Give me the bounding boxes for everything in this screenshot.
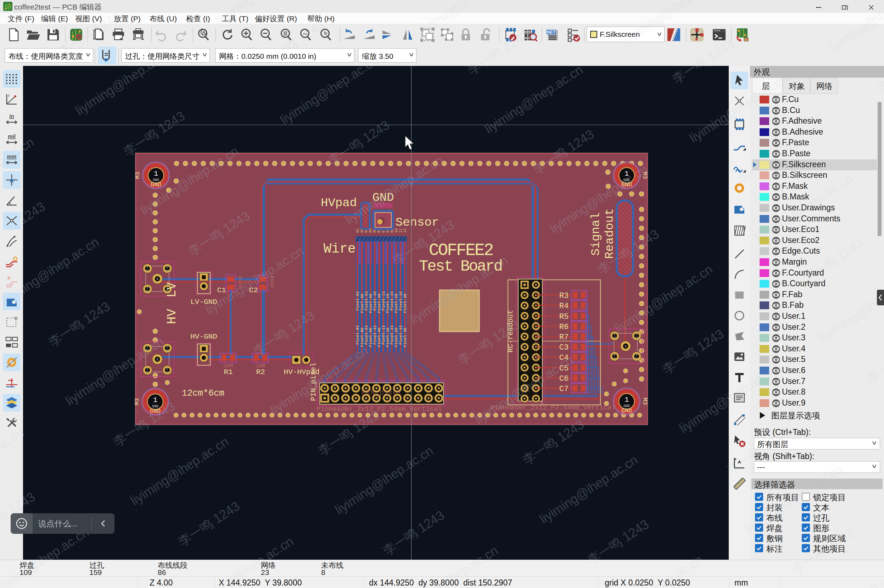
svg-text:GND: GND xyxy=(146,269,150,272)
svg-text:12cm*6cm: 12cm*6cm xyxy=(182,388,224,399)
svg-text:GND: GND xyxy=(146,349,150,351)
svg-text:10nF: 10nF xyxy=(269,276,275,288)
svg-text:GND: GND xyxy=(146,371,150,374)
svg-text:PinHeader_2x12_P2.54mm_Vertica: PinHeader_2x12_P2.54mm_Vertical xyxy=(317,405,442,413)
svg-text:2: 2 xyxy=(167,265,168,268)
svg-text:01: 01 xyxy=(356,228,360,233)
svg-text:GND: GND xyxy=(621,407,632,414)
svg-text:GND: GND xyxy=(372,191,394,204)
svg-text:2: 2 xyxy=(147,345,149,348)
svg-text:GND: GND xyxy=(613,336,617,339)
svg-text:1: 1 xyxy=(156,358,158,361)
svg-text:PIN_pixel: PIN_pixel xyxy=(310,363,317,401)
svg-text:HV: HV xyxy=(165,309,179,324)
svg-text:C1: C1 xyxy=(217,286,226,294)
svg-text:GND: GND xyxy=(150,182,162,188)
svg-text:M3: M3 xyxy=(134,172,141,179)
svg-text:RC-readout: RC-readout xyxy=(507,310,515,352)
svg-text:C2: C2 xyxy=(249,286,258,294)
svg-text:R3: R3 xyxy=(559,291,568,300)
svg-text:HV-GND: HV-GND xyxy=(190,333,217,341)
svg-text:GND: GND xyxy=(165,371,170,374)
svg-text:2: 2 xyxy=(167,367,168,370)
svg-text:2: 2 xyxy=(147,265,149,268)
svg-text:Sensor: Sensor xyxy=(395,216,439,229)
svg-text:M3: M3 xyxy=(642,172,648,179)
svg-text:2: 2 xyxy=(614,353,616,356)
svg-text:A: A xyxy=(202,30,206,35)
svg-text:C3: C3 xyxy=(559,343,568,352)
svg-text:LV: LV xyxy=(165,282,179,297)
svg-text:in: in xyxy=(9,113,14,119)
svg-text:R1: R1 xyxy=(224,368,233,376)
svg-text:Signal: Signal xyxy=(589,213,603,256)
svg-text:1: 1 xyxy=(625,170,629,178)
svg-text:R5: R5 xyxy=(559,312,568,321)
svg-text:HVpad: HVpad xyxy=(321,196,357,210)
svg-text:RC-readout: RC-readout xyxy=(533,319,541,361)
svg-text:mm: mm xyxy=(7,153,17,159)
svg-text:Pixel-6I: Pixel-6I xyxy=(355,325,360,345)
svg-text:2: 2 xyxy=(614,333,616,336)
svg-text:Readout: Readout xyxy=(603,208,616,259)
svg-text:PIN_pixel: PIN_pixel xyxy=(361,388,401,397)
svg-text:Pixel-6I: Pixel-6I xyxy=(355,291,360,310)
svg-text:R4: R4 xyxy=(559,302,568,310)
svg-text:2: 2 xyxy=(636,353,637,356)
svg-text:10nF: 10nF xyxy=(237,276,243,288)
svg-text:Pixel-20: Pixel-20 xyxy=(394,328,398,347)
svg-text:2: 2 xyxy=(147,367,149,370)
svg-text:Test Board: Test Board xyxy=(419,258,502,275)
svg-text:GND: GND xyxy=(150,408,161,414)
svg-text:GND: GND xyxy=(146,290,150,292)
svg-text:COFFEE2: COFFEE2 xyxy=(429,241,493,260)
svg-text:R2: R2 xyxy=(256,368,265,376)
svg-text:GND: GND xyxy=(635,357,639,360)
svg-text:mil: mil xyxy=(8,133,16,139)
svg-text:Pixel-20: Pixel-20 xyxy=(394,294,398,313)
svg-text:PinHeader_2x12_P2.54mm_Vertica: PinHeader_2x12_P2.54mm_Vertical xyxy=(490,404,615,412)
svg-text:Wire: Wire xyxy=(323,241,356,256)
svg-text:1: 1 xyxy=(625,396,629,404)
svg-text:LV-GND: LV-GND xyxy=(190,298,217,306)
svg-text:M3: M3 xyxy=(642,398,648,405)
svg-text:1: 1 xyxy=(156,278,158,281)
svg-text:R6: R6 xyxy=(559,323,568,332)
svg-text:C5: C5 xyxy=(559,364,568,373)
svg-text:M3: M3 xyxy=(134,398,140,405)
svg-text:GND: GND xyxy=(613,357,617,360)
svg-text:2: 2 xyxy=(167,345,168,348)
svg-text:1: 1 xyxy=(625,345,626,348)
svg-text:C6: C6 xyxy=(559,374,568,383)
svg-text:1: 1 xyxy=(153,396,158,404)
svg-text:1: 1 xyxy=(154,170,158,178)
svg-text:C7: C7 xyxy=(559,385,568,393)
svg-text:GND: GND xyxy=(165,349,170,351)
svg-text:2: 2 xyxy=(147,286,149,289)
svg-text:Pixel-30: Pixel-30 xyxy=(403,294,407,313)
svg-text:Pixel-30: Pixel-30 xyxy=(403,328,407,347)
svg-text:GND: GND xyxy=(165,269,170,272)
svg-text:GND: GND xyxy=(635,336,639,339)
svg-text:GND: GND xyxy=(621,182,632,188)
svg-text:R7: R7 xyxy=(559,333,568,342)
svg-text:2: 2 xyxy=(636,333,637,336)
svg-text:r: r xyxy=(8,93,10,98)
svg-text:C4: C4 xyxy=(559,354,568,362)
svg-text:NET: NET xyxy=(547,30,556,35)
